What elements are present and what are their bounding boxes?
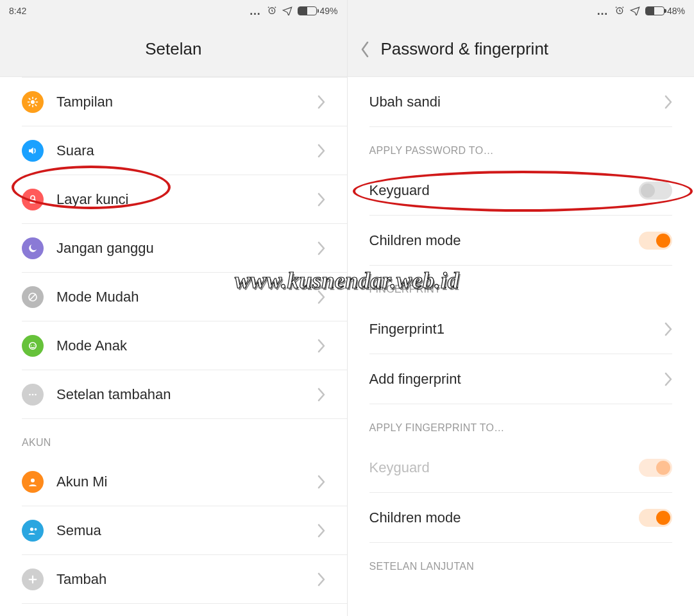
chevron-right-icon	[317, 95, 325, 109]
lock-icon	[22, 189, 44, 210]
chevron-right-icon	[317, 144, 325, 158]
status-bar: … 48%	[348, 0, 695, 22]
row-label: Keyguard	[369, 459, 639, 476]
battery-pct: 49%	[319, 6, 337, 16]
row-label: Add fingerprint	[369, 371, 665, 388]
row-children-fingerprint[interactable]: Children mode	[369, 493, 673, 543]
account-row[interactable]: Semua	[22, 506, 347, 555]
settings-row[interactable]: Jangan ganggu	[22, 224, 347, 273]
row-label: Setelan tambahan	[56, 386, 317, 403]
mi-icon	[22, 471, 44, 493]
chevron-right-icon	[317, 572, 325, 586]
chevron-right-icon	[317, 193, 325, 207]
row-label: Children mode	[369, 509, 639, 526]
row-label: Ubah sandi	[369, 94, 665, 110]
volume-icon	[22, 140, 44, 162]
status-time: 8:42	[9, 6, 26, 16]
moon-icon	[22, 237, 44, 259]
toggle-children-password[interactable]	[639, 232, 672, 250]
nohand-icon	[22, 286, 44, 308]
settings-row[interactable]: Setelan tambahan	[22, 370, 347, 419]
section-fingerprint: FINGERPRINT	[369, 266, 673, 304]
signal-dots-icon: …	[597, 4, 609, 18]
page-title: Password & fingerprint	[381, 39, 549, 59]
row-label: Mode Anak	[56, 338, 317, 354]
row-keyguard-fingerprint[interactable]: Keyguard	[369, 443, 673, 493]
svg-point-1	[31, 100, 35, 104]
section-account: AKUN	[22, 419, 347, 458]
row-change-password[interactable]: Ubah sandi	[369, 77, 673, 127]
row-label: Jangan ganggu	[56, 240, 317, 257]
chevron-right-icon	[317, 388, 325, 402]
svg-point-7	[29, 393, 31, 395]
chevron-right-icon	[664, 372, 672, 386]
chevron-right-icon	[317, 339, 325, 353]
section-advanced: SETELAN LANJUTAN	[369, 543, 673, 592]
more-icon	[22, 384, 44, 406]
row-label: Layar kunci	[56, 191, 317, 208]
svg-point-4	[30, 342, 37, 349]
row-fingerprint-1[interactable]: Fingerprint1	[369, 304, 673, 354]
alarm-icon	[267, 5, 277, 17]
settings-row[interactable]: Suara	[22, 126, 347, 175]
chevron-right-icon	[317, 524, 325, 538]
svg-point-6	[34, 345, 35, 346]
status-bar: 8:42 … 49%	[0, 0, 347, 22]
row-label: Fingerprint1	[369, 321, 665, 338]
row-label: Children mode	[369, 232, 639, 249]
row-label: Tampilan	[56, 94, 317, 110]
row-label: Suara	[56, 142, 317, 159]
svg-rect-2	[30, 199, 36, 203]
settings-row[interactable]: Tampilan	[22, 78, 347, 126]
left-screenshot: 8:42 … 49% Setelan TampilanSuaraLay	[0, 0, 348, 616]
account-row[interactable]: Akun Mi	[22, 458, 347, 506]
row-label: Keyguard	[369, 182, 639, 199]
section-apply-fingerprint: APPLY FINGERPRINT TO…	[369, 404, 673, 443]
page-title: Setelan	[145, 39, 201, 59]
battery-pct: 48%	[667, 6, 685, 16]
row-label: Akun Mi	[56, 474, 317, 490]
row-label: Tambah	[56, 571, 317, 588]
row-children-password[interactable]: Children mode	[369, 216, 673, 266]
svg-point-5	[31, 345, 32, 346]
toggle-keyguard-password[interactable]	[639, 182, 672, 200]
settings-row[interactable]: Mode Mudah	[22, 273, 347, 321]
chevron-right-icon	[317, 290, 325, 304]
alarm-icon	[614, 5, 625, 17]
chevron-right-icon	[664, 322, 672, 336]
chevron-right-icon	[317, 241, 325, 255]
right-screenshot: … 48% Password & fingerprint	[348, 0, 695, 616]
titlebar: Password & fingerprint	[348, 22, 695, 77]
display-icon	[22, 91, 44, 113]
back-button[interactable]	[360, 41, 369, 58]
svg-point-9	[35, 393, 37, 395]
toggle-keyguard-fingerprint[interactable]	[639, 459, 672, 477]
settings-row[interactable]: Mode Anak	[22, 321, 347, 370]
toggle-children-fingerprint[interactable]	[639, 509, 672, 527]
child-icon	[22, 335, 44, 357]
svg-point-10	[31, 478, 35, 482]
settings-row[interactable]: Layar kunci	[22, 175, 347, 224]
airplane-icon	[282, 5, 292, 17]
battery-indicator: 48%	[645, 6, 685, 16]
titlebar: Setelan	[0, 22, 347, 77]
svg-point-8	[32, 393, 34, 395]
settings-list: TampilanSuaraLayar kunciJangan gangguMod…	[0, 77, 347, 604]
svg-point-12	[35, 527, 37, 530]
row-add-fingerprint[interactable]: Add fingerprint	[369, 354, 673, 404]
battery-indicator: 49%	[298, 6, 337, 16]
section-apply-password: APPLY PASSWORD TO…	[369, 127, 673, 166]
chevron-right-icon	[317, 475, 325, 489]
row-label: Semua	[56, 522, 317, 539]
plus-icon	[22, 569, 44, 590]
svg-point-11	[30, 527, 33, 531]
row-keyguard-password[interactable]: Keyguard	[369, 166, 673, 216]
people-icon	[22, 520, 44, 542]
airplane-icon	[630, 5, 640, 17]
chevron-right-icon	[664, 95, 672, 109]
pwfp-list: Ubah sandi APPLY PASSWORD TO… Keyguard C…	[348, 77, 695, 592]
account-row[interactable]: Tambah	[22, 555, 347, 604]
signal-dots-icon: …	[249, 4, 262, 18]
row-label: Mode Mudah	[56, 289, 317, 305]
